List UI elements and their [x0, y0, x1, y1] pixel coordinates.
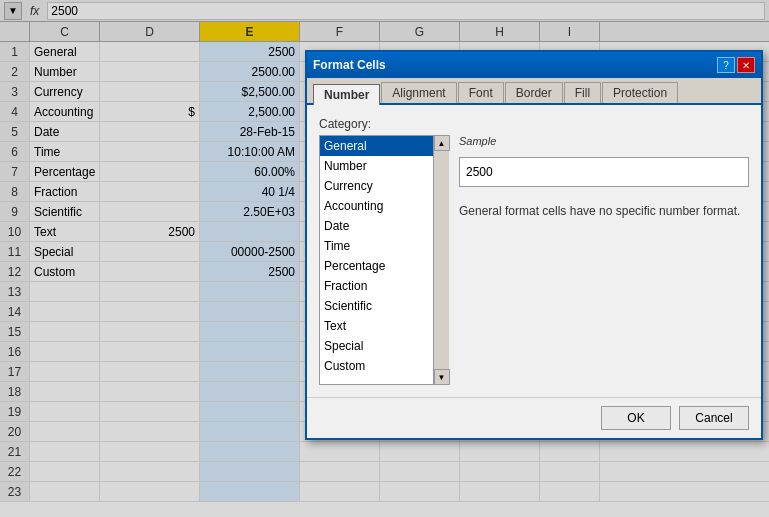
help-button[interactable]: ? [717, 57, 735, 73]
dialog-footer: OK Cancel [307, 397, 761, 438]
dialog-titlebar: Format Cells ? ✕ [307, 52, 761, 78]
tab-bar: NumberAlignmentFontBorderFillProtection [307, 78, 761, 105]
category-item[interactable]: Number [320, 156, 448, 176]
category-item[interactable]: Date [320, 216, 448, 236]
cancel-button[interactable]: Cancel [679, 406, 749, 430]
dialog-title: Format Cells [313, 58, 386, 72]
dialog-controls: ? ✕ [717, 57, 755, 73]
category-item[interactable]: Scientific [320, 296, 448, 316]
category-item[interactable]: Currency [320, 176, 448, 196]
category-label: Category: [319, 117, 749, 131]
scroll-down-btn[interactable]: ▼ [434, 369, 450, 385]
tab-fill[interactable]: Fill [564, 82, 601, 103]
dialog-body: Category: GeneralNumberCurrencyAccountin… [307, 105, 761, 397]
dialog-row: GeneralNumberCurrencyAccountingDateTimeP… [319, 135, 749, 385]
category-list-wrapper: GeneralNumberCurrencyAccountingDateTimeP… [319, 135, 449, 385]
category-item[interactable]: Accounting [320, 196, 448, 216]
category-item[interactable]: Special [320, 336, 448, 356]
tab-protection[interactable]: Protection [602, 82, 678, 103]
list-scrollbar: ▲ ▼ [433, 135, 449, 385]
tab-font[interactable]: Font [458, 82, 504, 103]
sample-value: 2500 [466, 165, 493, 179]
scroll-up-btn[interactable]: ▲ [434, 135, 450, 151]
sample-box: 2500 [459, 157, 749, 187]
category-item[interactable]: Text [320, 316, 448, 336]
tab-number[interactable]: Number [313, 84, 380, 105]
ok-button[interactable]: OK [601, 406, 671, 430]
right-panel: Sample 2500 General format cells have no… [459, 135, 749, 385]
format-cells-dialog: Format Cells ? ✕ NumberAlignmentFontBord… [305, 50, 763, 440]
tab-alignment[interactable]: Alignment [381, 82, 456, 103]
category-item[interactable]: Custom [320, 356, 448, 376]
category-item[interactable]: Time [320, 236, 448, 256]
category-item[interactable]: Fraction [320, 276, 448, 296]
format-description: General format cells have no specific nu… [459, 203, 749, 220]
sample-label: Sample [459, 135, 749, 147]
category-item[interactable]: General [320, 136, 448, 156]
category-list[interactable]: GeneralNumberCurrencyAccountingDateTimeP… [319, 135, 449, 385]
category-item[interactable]: Percentage [320, 256, 448, 276]
tab-border[interactable]: Border [505, 82, 563, 103]
close-button[interactable]: ✕ [737, 57, 755, 73]
